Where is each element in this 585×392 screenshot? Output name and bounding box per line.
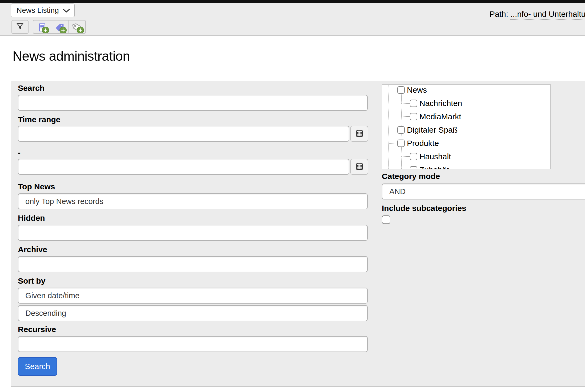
sort-direction-select[interactable]: Descending — [18, 305, 368, 321]
category-checkbox[interactable] — [397, 126, 405, 134]
category-label[interactable]: News — [407, 85, 427, 95]
category-label[interactable]: Nachrichten — [419, 99, 462, 108]
category-checkbox[interactable] — [410, 153, 417, 160]
category-label[interactable]: Zubehör — [419, 165, 449, 169]
tree-line — [401, 156, 410, 157]
tree-line — [388, 143, 397, 144]
archive-select[interactable] — [18, 256, 368, 272]
search-label: Search — [18, 84, 45, 92]
category-checkbox[interactable] — [410, 100, 417, 107]
sort-field-value: Given date/time — [25, 291, 79, 300]
search-submit-button[interactable]: Search — [18, 357, 57, 376]
category-checkbox[interactable] — [397, 86, 405, 94]
category-label[interactable]: Produkte — [407, 139, 439, 148]
category-tree: NewsNachrichtenMediaMarktDigitaler SpaßP… — [382, 84, 551, 169]
category-tree-row: Nachrichten — [401, 97, 462, 110]
top-news-value: only Top News records — [25, 197, 103, 206]
page-title: News administration — [13, 48, 130, 64]
category-label[interactable]: Digitaler Spaß — [407, 125, 458, 134]
range-separator: - — [18, 148, 21, 157]
calendar-button-end[interactable] — [350, 159, 368, 175]
path-label: Path: — [490, 10, 508, 18]
new-tag-button[interactable] — [51, 21, 68, 34]
new-tag-outline-button[interactable] — [68, 21, 85, 34]
toolbar — [0, 3, 585, 36]
tree-line — [401, 103, 410, 104]
new-tag-filled-icon — [54, 22, 65, 33]
archive-label: Archive — [18, 246, 47, 254]
category-label[interactable]: MediaMarkt — [419, 112, 461, 121]
category-checkbox[interactable] — [397, 140, 405, 147]
sort-field-select[interactable]: Given date/time — [18, 288, 368, 304]
top-news-label: Top News — [18, 183, 55, 191]
view-mode-select[interactable]: News Listing — [11, 3, 75, 17]
new-record-icon — [37, 22, 47, 33]
chevron-down-icon — [63, 6, 70, 15]
filter-icon — [15, 22, 25, 32]
tree-line — [388, 90, 397, 90]
new-tag-outline-icon — [72, 22, 82, 33]
category-tree-row: Digitaler Spaß — [388, 123, 458, 137]
filter-panel: Search Time range - — [11, 81, 585, 387]
time-range-start-input[interactable] — [18, 126, 349, 142]
hidden-label: Hidden — [18, 214, 45, 222]
category-tree-row: MediaMarkt — [401, 110, 461, 123]
path-link[interactable]: ...nfo- und Unterhaltung — [510, 10, 585, 19]
create-buttons-group — [33, 20, 86, 34]
category-tree-row: Zubehör — [401, 163, 449, 169]
time-range-label: Time range — [18, 116, 61, 124]
category-label[interactable]: Haushalt — [419, 152, 451, 161]
category-mode-label: Category mode — [382, 172, 440, 180]
calendar-button-start[interactable] — [350, 126, 368, 142]
sort-direction-value: Descending — [25, 309, 66, 318]
tree-line — [401, 116, 410, 117]
tree-line — [388, 130, 397, 130]
plus-badge-icon — [77, 27, 84, 34]
category-tree-row: News — [388, 84, 427, 97]
hidden-select[interactable] — [18, 225, 368, 241]
time-range-end-input[interactable] — [18, 159, 349, 175]
category-checkbox[interactable] — [410, 166, 417, 169]
top-news-select[interactable]: only Top News records — [18, 193, 368, 209]
category-mode-select[interactable]: AND — [382, 183, 585, 199]
category-tree-row: Haushalt — [401, 150, 451, 163]
new-record-button[interactable] — [33, 21, 51, 34]
calendar-icon — [355, 129, 364, 138]
calendar-icon — [355, 162, 364, 172]
include-subcategories-checkbox[interactable] — [382, 215, 390, 224]
search-input[interactable] — [18, 95, 368, 111]
breadcrumb: Path: ...nfo- und Unterhaltung — [490, 10, 585, 19]
plus-badge-icon — [42, 27, 49, 34]
include-subcategories-label: Include subcategories — [382, 204, 466, 212]
recursive-select[interactable] — [18, 336, 368, 352]
sort-by-label: Sort by — [18, 277, 45, 285]
recursive-label: Recursive — [18, 325, 56, 333]
view-mode-value: News Listing — [17, 6, 59, 15]
category-tree-row: Produkte — [388, 137, 439, 150]
top-bar — [0, 0, 585, 3]
filter-button[interactable] — [11, 20, 29, 34]
plus-badge-icon — [59, 27, 67, 34]
category-checkbox[interactable] — [410, 113, 417, 120]
category-mode-value: AND — [389, 187, 406, 196]
